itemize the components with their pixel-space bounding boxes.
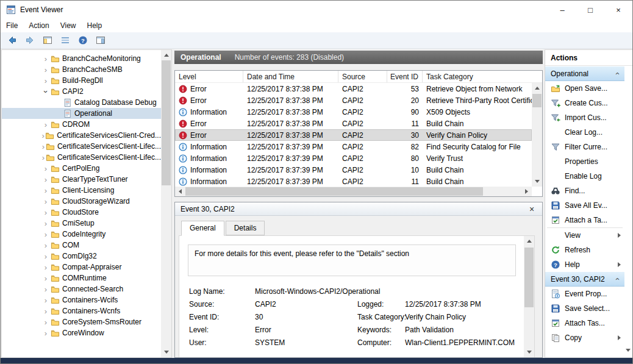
action-save-select[interactable]: Save Select... <box>545 301 624 316</box>
scroll-down-icon[interactable] <box>161 347 171 357</box>
event-row-10[interactable]: Information12/25/2017 8:37:39 PMCAPI210B… <box>175 164 532 176</box>
action-pane-button[interactable] <box>92 33 109 48</box>
chevron-collapsed-icon[interactable]: › <box>41 121 51 129</box>
menu-file[interactable]: File <box>1 19 23 32</box>
column-header-date-and-time[interactable]: Date and Time <box>243 71 338 82</box>
action-attach-tas[interactable]: Attach Tas... <box>545 316 624 330</box>
action-refresh[interactable]: Refresh <box>545 243 624 257</box>
scrollbar-thumb[interactable] <box>524 248 534 307</box>
chevron-collapsed-icon[interactable]: › <box>41 219 51 227</box>
chevron-collapsed-icon[interactable]: › <box>41 307 51 315</box>
tree-item-comdlg32[interactable]: ›ComDlg32 <box>2 251 161 262</box>
tree-item-connected-search[interactable]: ›Connected-Search <box>2 284 161 294</box>
chevron-collapsed-icon[interactable]: › <box>41 132 45 140</box>
close-detail-icon[interactable]: × <box>527 204 537 214</box>
event-row-90[interactable]: Information12/25/2017 8:37:38 PMCAPI290X… <box>175 106 532 118</box>
action-attach-a-ta[interactable]: Attach a Ta... <box>545 213 624 227</box>
scroll-left-icon[interactable] <box>175 187 185 196</box>
tree-item-branchcachemonitoring[interactable]: ›BranchCacheMonitoring <box>2 53 161 64</box>
help-button[interactable]: ? <box>74 33 91 48</box>
chevron-collapsed-icon[interactable]: › <box>41 198 51 205</box>
console-tree-button[interactable] <box>39 33 55 48</box>
forward-button[interactable] <box>21 33 38 48</box>
chevron-collapsed-icon[interactable]: › <box>41 209 51 216</box>
scrollbar-thumb[interactable] <box>532 94 542 107</box>
action-import-cus[interactable]: Import Cus... <box>545 110 624 125</box>
tree-item-certificateservicesclient-lifec[interactable]: ›CertificateServicesClient-Lifec... <box>2 152 161 163</box>
scrollbar-thumb[interactable] <box>162 60 171 185</box>
maximize-button[interactable]: □ <box>576 1 604 19</box>
chevron-collapsed-icon[interactable]: › <box>41 66 51 74</box>
action-create-cus[interactable]: Create Cus... <box>545 96 624 110</box>
scroll-up-icon[interactable] <box>532 83 542 93</box>
tree-item-cleartypetexttuner[interactable]: ›ClearTypeTextTuner <box>2 174 161 185</box>
tree-item-cmisetup[interactable]: ›CmiSetup <box>2 218 161 229</box>
column-header-level[interactable]: Level <box>175 71 243 82</box>
chevron-collapsed-icon[interactable]: › <box>41 77 51 85</box>
action-enable-log[interactable]: Enable Log <box>545 169 624 184</box>
actions-scrollbar[interactable] <box>624 66 632 357</box>
event-row-20[interactable]: Error12/25/2017 8:37:38 PMCAPI220Retriev… <box>175 95 532 106</box>
close-button[interactable]: × <box>604 1 632 19</box>
chevron-expanded-icon[interactable]: › <box>42 87 50 96</box>
chevron-collapsed-icon[interactable]: › <box>41 55 51 63</box>
scroll-up-icon[interactable] <box>524 236 534 246</box>
event-row-82[interactable]: Information12/25/2017 8:37:39 PMCAPI282F… <box>175 141 532 152</box>
tree-item-certificateservicesclient-lifec[interactable]: ›CertificateServicesClient-Lifec... <box>2 141 161 152</box>
chevron-collapsed-icon[interactable]: › <box>41 176 51 184</box>
action-save-all-ev[interactable]: Save All Ev... <box>545 198 624 213</box>
menu-help[interactable]: Help <box>82 19 108 32</box>
menu-action[interactable]: Action <box>23 19 54 32</box>
chevron-collapsed-icon[interactable]: › <box>41 143 46 151</box>
tree-item-com[interactable]: ›COM <box>2 240 161 251</box>
tree-item-cloudstore[interactable]: ›CloudStore <box>2 207 161 218</box>
back-button[interactable] <box>4 33 20 48</box>
tree-item-containers-wcnfs[interactable]: ›Containers-Wcnfs <box>2 305 161 316</box>
collapse-section-icon[interactable]: › <box>613 70 621 77</box>
tree-item-catalog-database-debug[interactable]: Catalog Database Debug <box>2 97 161 108</box>
tree-item-build-regdll[interactable]: ›Build-RegDll <box>2 75 161 86</box>
tree-item-operational[interactable]: Operational <box>2 108 161 119</box>
action-copy[interactable]: Copy <box>545 330 624 345</box>
action-view[interactable]: View <box>545 228 624 243</box>
chevron-collapsed-icon[interactable]: › <box>41 285 51 293</box>
tree-item-branchcachesmb[interactable]: ›BranchCacheSMB <box>2 64 161 75</box>
action-open-save[interactable]: Open Save... <box>545 81 624 96</box>
tree-item-compat-appraiser[interactable]: ›Compat-Appraiser <box>2 262 161 273</box>
collapse-section-icon[interactable]: › <box>613 276 621 283</box>
scroll-right-icon[interactable] <box>521 187 532 196</box>
tab-general[interactable]: General <box>181 221 224 236</box>
event-list-vscrollbar[interactable] <box>532 83 542 187</box>
chevron-collapsed-icon[interactable]: › <box>41 165 51 173</box>
tree-item-corewindow[interactable]: ›CoreWindow <box>2 327 161 338</box>
event-row-80[interactable]: Information12/25/2017 8:37:39 PMCAPI280V… <box>175 152 532 164</box>
chevron-collapsed-icon[interactable]: › <box>41 230 51 238</box>
event-row-30[interactable]: Error12/25/2017 8:37:38 PMCAPI230Verify … <box>175 129 532 141</box>
tree-item-certpoleng[interactable]: ›CertPolEng <box>2 163 161 174</box>
action-properties[interactable]: Properties <box>545 154 624 169</box>
tree-item-containers-wcifs[interactable]: ›Containers-Wcifs <box>2 294 161 305</box>
tree-item-cdrom[interactable]: ›CDROM <box>2 119 161 130</box>
scroll-down-icon[interactable] <box>626 349 631 352</box>
tree-item-capi2[interactable]: ›CAPI2 <box>2 86 161 97</box>
actions-section-event-30-capi2[interactable]: Event 30, CAPI2› <box>545 272 624 287</box>
action-clear-log[interactable]: Clear Log... <box>545 125 624 140</box>
export-list-button[interactable] <box>57 33 73 48</box>
column-header-event-id[interactable]: Event ID <box>387 71 423 82</box>
scroll-down-icon[interactable] <box>524 347 534 357</box>
actions-section-operational[interactable]: Operational› <box>545 66 624 81</box>
tree-item-client-licensing[interactable]: ›Client-Licensing <box>2 185 161 196</box>
chevron-collapsed-icon[interactable]: › <box>41 252 51 260</box>
event-row-53[interactable]: Error12/25/2017 8:37:38 PMCAPI253Retriev… <box>175 83 532 95</box>
minimize-button[interactable]: – <box>548 1 576 19</box>
chevron-collapsed-icon[interactable]: › <box>41 274 51 282</box>
detail-scrollbar[interactable] <box>524 236 534 357</box>
scroll-down-icon[interactable] <box>532 176 542 187</box>
chevron-collapsed-icon[interactable]: › <box>41 296 51 304</box>
column-header-source[interactable]: Source <box>338 71 387 82</box>
action-find[interactable]: Find... <box>545 184 624 198</box>
tab-details[interactable]: Details <box>226 221 265 235</box>
action-help[interactable]: ?Help <box>545 257 624 272</box>
tree-scrollbar[interactable] <box>161 50 171 357</box>
tree-item-certificateservicesclient-cred[interactable]: ›CertificateServicesClient-Cred... <box>2 130 161 141</box>
